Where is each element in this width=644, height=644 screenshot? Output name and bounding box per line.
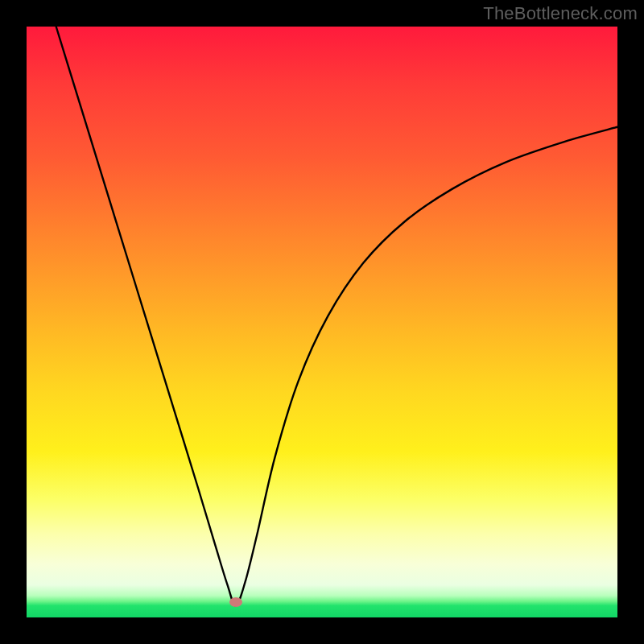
plot-area [27,27,617,617]
optimal-point-marker [229,597,242,607]
bottleneck-curve [27,27,617,617]
chart-frame: TheBottleneck.com [0,0,644,644]
watermark-text: TheBottleneck.com [483,3,638,24]
